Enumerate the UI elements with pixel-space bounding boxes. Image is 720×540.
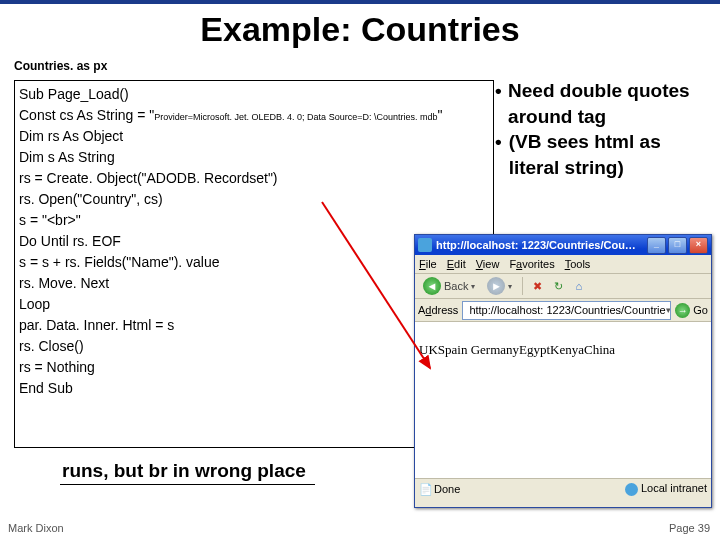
browser-window: http://localhost: 1223/Countries/Cou… _ … — [414, 234, 712, 508]
code-filename-label: Countries. as px — [14, 60, 107, 73]
browser-titlebar[interactable]: http://localhost: 1223/Countries/Cou… _ … — [415, 235, 711, 255]
address-bar: Address http://localhost: 1223/Countries… — [415, 299, 711, 322]
menu-file[interactable]: File — [419, 258, 437, 270]
back-icon: ◄ — [423, 277, 441, 295]
browser-statusbar: 📄 Done Local intranet — [415, 478, 711, 499]
address-url: http://localhost: 1223/Countries/Countri… — [469, 304, 665, 316]
code-line: Dim s As String — [19, 147, 489, 168]
dropdown-icon: ▾ — [471, 282, 475, 291]
page-output: UKSpain GermanyEgyptKenyaChina — [419, 342, 615, 357]
menu-view[interactable]: View — [476, 258, 500, 270]
address-label: Address — [418, 304, 458, 316]
go-icon: → — [675, 303, 690, 318]
ie-icon — [418, 238, 432, 252]
slide-title: Example: Countries — [0, 10, 720, 49]
slide-top-bar — [0, 0, 720, 4]
bullet-item: • (VB sees html as literal string) — [495, 129, 715, 180]
bullet-dot-icon: • — [495, 129, 509, 180]
footer-page: Page 39 — [669, 522, 710, 534]
bullet-dot-icon: • — [495, 78, 508, 129]
browser-title-text: http://localhost: 1223/Countries/Cou… — [436, 239, 647, 251]
stop-button[interactable]: ✖ — [529, 279, 546, 294]
code-line: s = "<br>" — [19, 210, 489, 231]
caption: runs, but br in wrong place — [58, 460, 310, 482]
go-button[interactable]: → Go — [675, 303, 708, 318]
caption-underline — [60, 484, 315, 485]
forward-icon: ► — [487, 277, 505, 295]
browser-content: UKSpain GermanyEgyptKenyaChina — [415, 322, 711, 478]
home-button[interactable]: ⌂ — [571, 279, 586, 293]
menu-favorites[interactable]: Favorites — [509, 258, 554, 270]
menu-tools[interactable]: Tools — [565, 258, 591, 270]
browser-toolbar: ◄ Back ▾ ► ▾ ✖ ↻ ⌂ — [415, 274, 711, 299]
browser-menubar: File Edit View Favorites Tools — [415, 255, 711, 274]
bullet-item: • Need double quotes around tag — [495, 78, 715, 129]
home-icon: ⌂ — [575, 280, 582, 292]
footer-author: Mark Dixon — [8, 522, 64, 534]
toolbar-separator — [522, 277, 523, 295]
code-line: Dim rs As Object — [19, 126, 489, 147]
minimize-button[interactable]: _ — [647, 237, 666, 254]
status-right: Local intranet — [625, 482, 707, 496]
stop-icon: ✖ — [533, 280, 542, 293]
code-line: rs. Open("Country", cs) — [19, 189, 489, 210]
dropdown-icon: ▾ — [508, 282, 512, 291]
forward-button[interactable]: ► ▾ — [483, 276, 516, 296]
code-line: rs = Create. Object("ADODB. Recordset") — [19, 168, 489, 189]
refresh-button[interactable]: ↻ — [550, 279, 567, 294]
menu-edit[interactable]: Edit — [447, 258, 466, 270]
maximize-button[interactable]: □ — [668, 237, 687, 254]
zone-icon — [625, 483, 638, 496]
refresh-icon: ↻ — [554, 280, 563, 293]
close-button[interactable]: × — [689, 237, 708, 254]
done-icon: 📄 — [419, 483, 431, 496]
address-dropdown-icon[interactable]: ▾ — [666, 305, 671, 315]
status-left: 📄 Done — [419, 483, 460, 496]
bullet-list: • Need double quotes around tag • (VB se… — [495, 78, 715, 181]
bullet-text: Need double quotes around tag — [508, 78, 715, 129]
address-input[interactable]: http://localhost: 1223/Countries/Countri… — [462, 301, 671, 320]
back-button[interactable]: ◄ Back ▾ — [419, 276, 479, 296]
code-line: Sub Page_Load() — [19, 84, 489, 105]
code-line: Const cs As String = "Provider=Microsoft… — [19, 105, 489, 126]
bullet-text: (VB sees html as literal string) — [509, 129, 715, 180]
